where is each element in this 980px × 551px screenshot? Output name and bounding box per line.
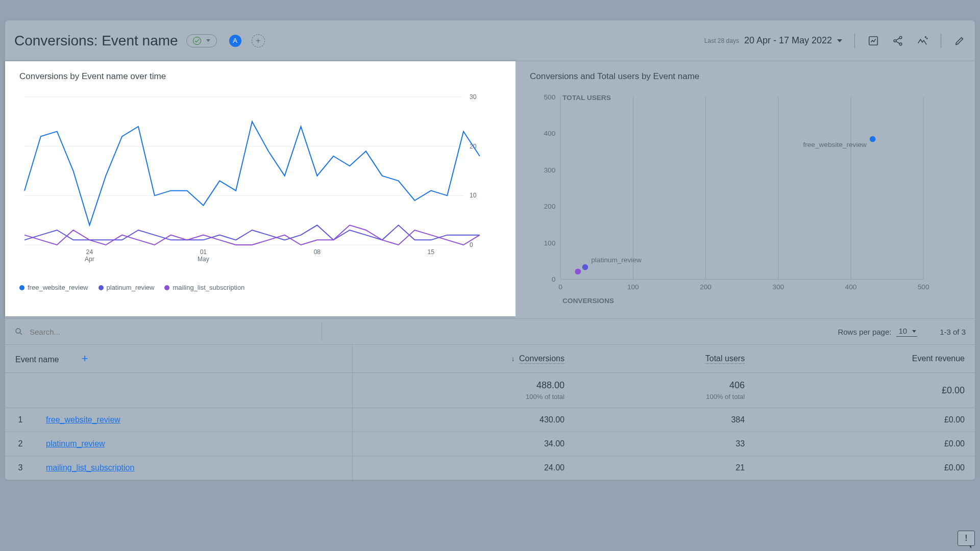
- svg-text:100: 100: [544, 239, 556, 247]
- svg-text:CONVERSIONS: CONVERSIONS: [562, 297, 614, 305]
- scatter-chart-card: Conversions and Total users by Event nam…: [516, 61, 975, 318]
- scatter-chart: 01002003004005000100200300400500TOTAL US…: [530, 92, 938, 306]
- share-icon: [892, 35, 903, 46]
- svg-point-5: [927, 38, 927, 38]
- share-button[interactable]: [892, 35, 904, 47]
- svg-text:Apr: Apr: [85, 256, 94, 263]
- rows-per-page-label: Rows per page:: [838, 328, 891, 336]
- legend-item[interactable]: mailing_list_subscription: [164, 284, 244, 291]
- chevron-down-icon: [837, 39, 842, 42]
- svg-text:TOTAL USERS: TOTAL USERS: [562, 94, 611, 102]
- svg-text:500: 500: [544, 93, 556, 101]
- data-table-section: Rows per page: 10 1-3 of 3 Event name + …: [5, 318, 975, 480]
- table-row: 1 free_website_review 430.00 384 £0.00: [5, 408, 975, 432]
- svg-text:01: 01: [200, 248, 207, 256]
- svg-text:500: 500: [918, 283, 929, 291]
- customize-report-button[interactable]: [867, 35, 879, 47]
- row-index: 3: [5, 456, 36, 480]
- row-total-users: 33: [575, 432, 755, 456]
- topbar: Conversions: Event name A + Last 28 days…: [5, 20, 975, 61]
- svg-text:0: 0: [552, 276, 556, 283]
- sort-arrow-down-icon: ↓: [511, 355, 515, 363]
- line-chart-legend: free_website_reviewplatinum_reviewmailin…: [19, 284, 501, 291]
- row-index: 2: [5, 432, 36, 456]
- svg-text:200: 200: [544, 203, 556, 210]
- segment-badge[interactable]: A: [229, 35, 241, 47]
- row-total-users: 384: [575, 408, 755, 432]
- date-range-label: Last 28 days: [704, 37, 739, 44]
- insights-button[interactable]: [916, 35, 928, 47]
- table-toolbar: Rows per page: 10 1-3 of 3: [5, 318, 975, 345]
- rows-per-page-select[interactable]: 10: [896, 327, 917, 337]
- legend-dot-icon: [99, 285, 104, 290]
- svg-text:200: 200: [700, 283, 712, 291]
- chart-icon: [868, 35, 879, 46]
- row-revenue: £0.00: [755, 432, 975, 456]
- scatter-chart-title: Conversions and Total users by Event nam…: [530, 71, 961, 82]
- legend-item[interactable]: platinum_review: [99, 284, 155, 291]
- date-range-picker[interactable]: Last 28 days 20 Apr - 17 May 2022: [704, 35, 842, 46]
- page-title: Conversions: Event name: [14, 33, 178, 49]
- svg-text:08: 08: [314, 248, 321, 256]
- col-conversions[interactable]: ↓ Conversions: [352, 345, 575, 373]
- line-chart-title: Conversions by Event name over time: [19, 71, 501, 82]
- event-name-link[interactable]: mailing_list_subscription: [46, 463, 134, 472]
- col-event-revenue[interactable]: Event revenue: [755, 345, 975, 373]
- svg-text:400: 400: [845, 283, 857, 291]
- svg-text:400: 400: [544, 130, 556, 137]
- row-conversions: 430.00: [352, 408, 575, 432]
- row-revenue: £0.00: [755, 408, 975, 432]
- legend-dot-icon: [164, 285, 169, 290]
- legend-label: platinum_review: [107, 284, 155, 291]
- table-row: 3 mailing_list_subscription 24.00 21 £0.…: [5, 456, 975, 480]
- add-comparison-button[interactable]: +: [252, 34, 265, 47]
- pencil-icon: [954, 35, 965, 46]
- add-dimension-button[interactable]: +: [82, 352, 88, 365]
- svg-text:30: 30: [470, 93, 477, 101]
- date-range-value: 20 Apr - 17 May 2022: [744, 35, 832, 46]
- svg-text:300: 300: [544, 166, 556, 174]
- svg-point-41: [870, 136, 876, 142]
- row-revenue: £0.00: [755, 456, 975, 480]
- legend-dot-icon: [19, 285, 24, 290]
- svg-point-46: [16, 329, 20, 333]
- legend-label: free_website_review: [28, 284, 88, 291]
- col-event-name[interactable]: Event name +: [5, 345, 352, 373]
- svg-point-45: [575, 268, 581, 274]
- status-chip[interactable]: [186, 34, 217, 47]
- row-index: 1: [5, 408, 36, 432]
- svg-text:0: 0: [470, 241, 473, 248]
- col-total-users[interactable]: Total users: [575, 345, 755, 373]
- search-input[interactable]: [30, 323, 315, 340]
- svg-text:May: May: [198, 256, 209, 263]
- totals-row: 488.00100% of total 406100% of total £0.…: [5, 373, 975, 408]
- svg-text:free_website_review: free_website_review: [803, 141, 867, 148]
- legend-label: mailing_list_subscription: [173, 284, 244, 291]
- check-icon: [193, 37, 201, 45]
- edit-button[interactable]: [953, 35, 966, 47]
- insights-icon: [917, 35, 928, 46]
- svg-text:100: 100: [627, 283, 639, 291]
- chevron-down-icon: [206, 39, 210, 42]
- svg-point-43: [582, 264, 589, 270]
- row-conversions: 24.00: [352, 456, 575, 480]
- legend-item[interactable]: free_website_review: [19, 284, 88, 291]
- topbar-right: Last 28 days 20 Apr - 17 May 2022: [704, 34, 966, 48]
- svg-text:0: 0: [558, 283, 562, 291]
- row-event-name: platinum_review: [36, 432, 352, 456]
- event-name-link[interactable]: platinum_review: [46, 439, 105, 448]
- feedback-button[interactable]: !: [958, 531, 975, 546]
- pagination-range: 1-3 of 3: [940, 328, 966, 336]
- svg-text:platinum_review: platinum_review: [591, 256, 642, 264]
- report-frame: Conversions: Event name A + Last 28 days…: [5, 20, 975, 480]
- line-chart-card: Conversions by Event name over time 0102…: [5, 61, 516, 316]
- table-row: 2 platinum_review 34.00 33 £0.00: [5, 432, 975, 456]
- search-icon: [14, 327, 23, 336]
- charts-row: Conversions by Event name over time 0102…: [5, 61, 975, 318]
- svg-text:15: 15: [428, 248, 435, 256]
- row-total-users: 21: [575, 456, 755, 480]
- event-name-link[interactable]: free_website_review: [46, 415, 120, 424]
- svg-text:24: 24: [86, 248, 93, 256]
- row-event-name: mailing_list_subscription: [36, 456, 352, 480]
- row-event-name: free_website_review: [36, 408, 352, 432]
